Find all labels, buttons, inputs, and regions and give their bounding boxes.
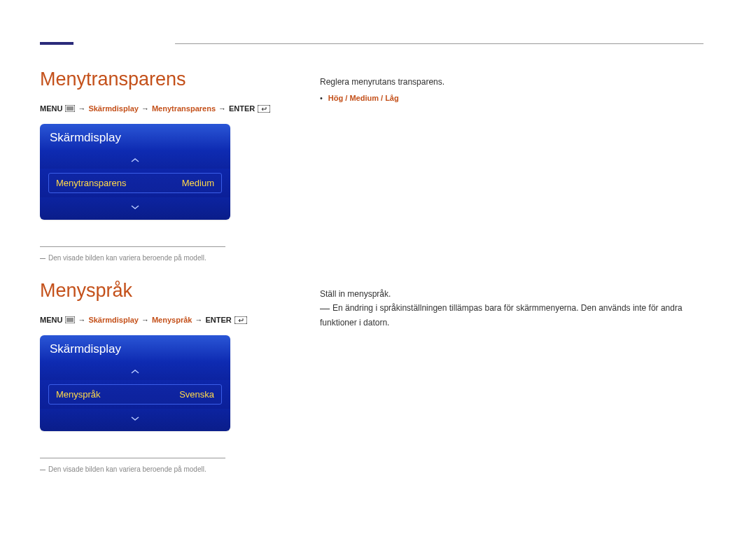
- note-content-2: Den visade bilden kan variera beroende p…: [48, 465, 206, 473]
- note-dash-icon: [40, 258, 46, 259]
- accent-bar: [40, 42, 74, 45]
- note-divider-2: [40, 458, 225, 458]
- menu-icon: [65, 316, 75, 323]
- osd-item-label-2: Menyspråk: [56, 389, 101, 400]
- right-column-2: Ställ in menyspråk. En ändring i språkin…: [320, 280, 712, 473]
- osd-arrow-down-2[interactable]: [40, 409, 230, 431]
- breadcrumb-menu-label: MENU: [40, 316, 62, 324]
- left-column-1: Menytransparens MENU → Skärmdisplay → Me…: [40, 69, 320, 262]
- breadcrumb-menysprak: Menyspråk: [152, 316, 192, 324]
- desc-text-2b: En ändring i språkinställningen tillämpa…: [320, 301, 712, 330]
- breadcrumb-skarmdisplay: Skärmdisplay: [88, 104, 139, 113]
- osd-item-2[interactable]: Menyspråk Svenska: [40, 380, 230, 409]
- chevron-down-icon: [130, 416, 140, 421]
- breadcrumb-arrow: →: [78, 104, 85, 113]
- osd-arrow-up-2[interactable]: [40, 362, 230, 380]
- left-column-2: Menyspråk MENU → Skärmdisplay → Menysprå…: [40, 280, 320, 473]
- osd-item-inner-1: Menytransparens Medium: [48, 173, 222, 193]
- breadcrumb-arrow: →: [141, 316, 149, 324]
- osd-title-1: Skärmdisplay: [40, 124, 230, 150]
- note-dash-icon: [40, 470, 46, 470]
- note-content-1: Den visade bilden kan variera beroende p…: [48, 254, 206, 262]
- heading-menysprak: Menyspråk: [40, 280, 320, 302]
- osd-item-1[interactable]: Menytransparens Medium: [40, 169, 230, 197]
- note-text-1: Den visade bilden kan variera beroende p…: [40, 254, 320, 262]
- breadcrumb-1: MENU → Skärmdisplay → Menytransparens → …: [40, 104, 320, 113]
- bullet-icon: •: [320, 94, 323, 102]
- osd-item-value-2: Svenska: [179, 389, 214, 400]
- breadcrumb-menytransparens: Menytransparens: [152, 104, 216, 113]
- enter-icon: [234, 316, 247, 324]
- enter-icon: [258, 105, 270, 113]
- chevron-up-icon: [130, 369, 140, 374]
- options-text-1: Hög / Medium / Låg: [328, 94, 399, 102]
- breadcrumb-2: MENU → Skärmdisplay → Menyspråk → ENTER: [40, 316, 320, 324]
- osd-arrow-down-1[interactable]: [40, 197, 230, 220]
- desc-content-2b: En ändring i språkinställningen tillämpa…: [320, 303, 682, 327]
- heading-menytransparens: Menytransparens: [40, 69, 320, 90]
- osd-arrow-up-1[interactable]: [40, 150, 230, 169]
- desc-block-2: Ställ in menyspråk. En ändring i språkin…: [320, 287, 712, 330]
- osd-item-value-1: Medium: [182, 178, 214, 188]
- chevron-down-icon: [130, 204, 140, 210]
- breadcrumb-menu-label: MENU: [40, 104, 62, 113]
- note-text-2: Den visade bilden kan variera beroende p…: [40, 465, 320, 473]
- top-divider: [175, 43, 704, 44]
- section-menytransparens: Menytransparens MENU → Skärmdisplay → Me…: [40, 69, 712, 262]
- chevron-up-icon: [130, 157, 140, 163]
- section-menysprak: Menyspråk MENU → Skärmdisplay → Menysprå…: [40, 280, 712, 473]
- osd-item-inner-2: Menyspråk Svenska: [48, 384, 222, 405]
- breadcrumb-arrow: →: [141, 104, 149, 113]
- desc-text-2: Ställ in menyspråk.: [320, 287, 712, 301]
- breadcrumb-enter-label: ENTER: [229, 104, 255, 113]
- note-divider-1: [40, 246, 225, 247]
- osd-panel-1: Skärmdisplay Menytransparens Medium: [40, 124, 230, 220]
- breadcrumb-arrow: →: [218, 104, 226, 113]
- osd-title-2: Skärmdisplay: [40, 335, 230, 362]
- dash-icon: [320, 309, 330, 309]
- breadcrumb-skarmdisplay: Skärmdisplay: [88, 316, 139, 324]
- breadcrumb-arrow: →: [195, 316, 202, 324]
- desc-text-1: Reglera menyrutans transparens.: [320, 76, 712, 88]
- osd-panel-2: Skärmdisplay Menyspråk Svenska: [40, 335, 230, 431]
- right-column-1: Reglera menyrutans transparens. •Hög / M…: [320, 69, 712, 262]
- osd-item-label-1: Menytransparens: [56, 178, 126, 188]
- desc-options-1: •Hög / Medium / Låg: [320, 94, 712, 102]
- breadcrumb-arrow: →: [78, 316, 85, 324]
- menu-icon: [65, 105, 75, 112]
- breadcrumb-enter-label: ENTER: [205, 316, 231, 324]
